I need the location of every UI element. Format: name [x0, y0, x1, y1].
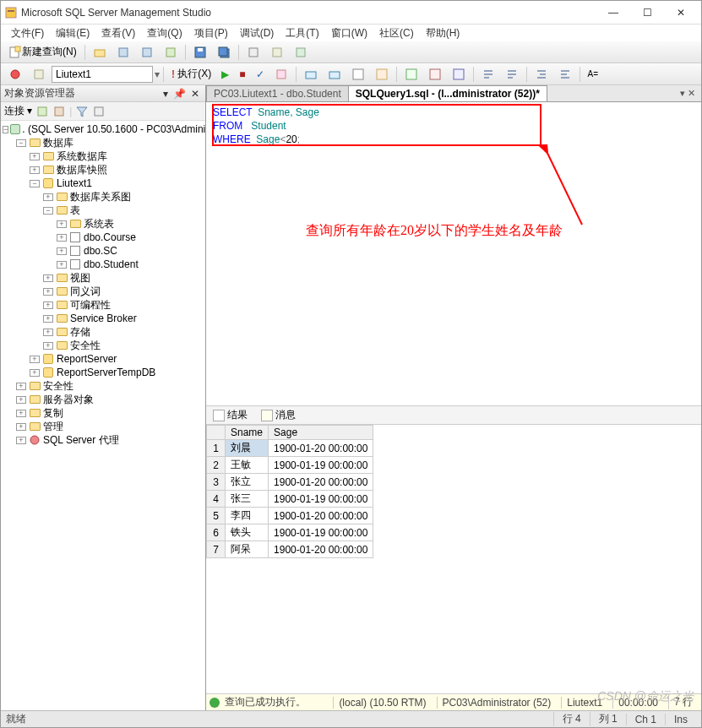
maximize-button[interactable]: ☐	[630, 3, 664, 23]
tree-server-objects[interactable]: +服务器对象	[1, 393, 205, 406]
status-ready: 就绪	[6, 712, 26, 726]
toolbar-main: 新建查询(N)	[1, 41, 701, 63]
results-grid[interactable]: SnameSage1刘晨1900-01-20 00:00:002王敏1900-0…	[206, 425, 701, 693]
menu-help[interactable]: 帮助(H)	[421, 24, 465, 42]
tree-reportserver[interactable]: +ReportServer	[1, 352, 205, 366]
outdent-button[interactable]	[554, 66, 576, 83]
tree[interactable]: −. (SQL Server 10.50.1600 - PC03\Adminis…	[1, 121, 205, 710]
object-explorer-title: 对象资源管理器	[4, 86, 75, 101]
tree-security[interactable]: +安全性	[1, 379, 205, 393]
filter-icon[interactable]	[75, 105, 89, 118]
open-button[interactable]	[89, 44, 111, 61]
tab-sqlquery1[interactable]: SQLQuery1.sql - (l...dministrator (52))*	[348, 85, 547, 101]
tree-management[interactable]: +管理	[1, 420, 205, 433]
tb2-btn-18[interactable]: A=	[584, 66, 603, 83]
oe-btn-2[interactable]	[52, 105, 66, 118]
svg-rect-7	[166, 48, 175, 57]
tree-table-sc[interactable]: +dbo.SC	[1, 244, 205, 258]
tb2-btn-7[interactable]	[300, 66, 322, 83]
uncomment-button[interactable]	[501, 66, 523, 83]
svg-rect-11	[219, 47, 227, 56]
minimize-button[interactable]: —	[596, 3, 630, 23]
parse-button[interactable]: ✓	[252, 66, 269, 83]
tree-tables[interactable]: −表	[1, 204, 205, 217]
tree-sys-db[interactable]: +系统数据库	[1, 149, 205, 163]
status-ch: Ch 1	[626, 714, 665, 725]
execute-button[interactable]: ! 执行(X)	[167, 66, 215, 83]
tree-server[interactable]: −. (SQL Server 10.50.1600 - PC03\Adminis…	[1, 122, 205, 136]
tb2-btn-8[interactable]	[324, 66, 346, 83]
stop-button[interactable]: ■	[235, 66, 249, 83]
sql-editor[interactable]: SELECT Sname, Sage FROM Student WHERE Sa…	[206, 102, 701, 406]
svg-rect-6	[143, 48, 151, 57]
status-col: 列 1	[590, 712, 626, 726]
tab-messages[interactable]: 消息	[258, 407, 299, 423]
svg-rect-21	[377, 69, 387, 79]
tree-replication[interactable]: +复制	[1, 406, 205, 420]
tab-student[interactable]: PC03.Liutext1 - dbo.Student	[206, 85, 349, 101]
tree-databases[interactable]: −数据库	[1, 136, 205, 149]
menu-window[interactable]: 窗口(W)	[326, 24, 373, 42]
refresh-icon[interactable]	[35, 105, 49, 118]
object-explorer: 对象资源管理器 ▾ 📌 ✕ 连接 ▾ | −. (SQL Server 10.5…	[1, 85, 206, 710]
tree-sql-agent[interactable]: +SQL Server 代理	[1, 433, 205, 447]
close-button[interactable]: ✕	[664, 3, 698, 23]
menu-tools[interactable]: 工具(T)	[280, 24, 324, 42]
tree-reportserver-tmp[interactable]: +ReportServerTempDB	[1, 366, 205, 379]
tree-liutext1[interactable]: −Liutext1	[1, 177, 205, 190]
menu-community[interactable]: 社区(C)	[374, 24, 419, 42]
connect-dropdown[interactable]: 连接 ▾	[4, 104, 32, 118]
svg-rect-12	[249, 48, 258, 57]
tb-btn-2[interactable]	[112, 44, 134, 61]
new-query-button[interactable]: 新建查询(N)	[4, 44, 81, 61]
comment-button[interactable]	[477, 66, 499, 83]
tree-db-diagram[interactable]: +数据库关系图	[1, 190, 205, 204]
panel-dropdown[interactable]: ▾	[161, 88, 171, 100]
save-all-button[interactable]	[213, 44, 235, 61]
tree-synonyms[interactable]: +同义词	[1, 285, 205, 298]
tree-table-course[interactable]: +dbo.Course	[1, 231, 205, 244]
menu-query[interactable]: 查询(Q)	[142, 24, 187, 42]
table-icon	[68, 231, 82, 243]
debug-button[interactable]: ▶	[217, 66, 233, 83]
oe-btn-4[interactable]	[92, 105, 106, 118]
tb2-btn-12[interactable]	[424, 66, 446, 83]
tb2-btn-11[interactable]	[400, 66, 422, 83]
menu-project[interactable]: 项目(P)	[189, 24, 233, 42]
tb2-btn-10[interactable]	[371, 66, 393, 83]
tb2-btn-2[interactable]	[28, 66, 50, 83]
tree-table-student[interactable]: +dbo.Student	[1, 258, 205, 271]
tab-results[interactable]: 结果	[210, 407, 251, 423]
save-button[interactable]	[189, 44, 211, 61]
menu-view[interactable]: 查看(V)	[96, 24, 140, 42]
tab-menu[interactable]: ▾ ✕	[673, 85, 702, 101]
svg-rect-4	[95, 50, 105, 57]
svg-rect-5	[119, 48, 128, 57]
tb-btn-8[interactable]	[266, 44, 288, 61]
status-bar: 就绪 行 4 列 1 Ch 1 Ins	[1, 710, 701, 727]
tb2-btn-9[interactable]	[347, 66, 369, 83]
tree-storage[interactable]: +存储	[1, 325, 205, 339]
panel-pin-icon[interactable]: 📌	[171, 88, 188, 100]
tree-service-broker[interactable]: +Service Broker	[1, 312, 205, 325]
document-tabs: PC03.Liutext1 - dbo.Student SQLQuery1.sq…	[206, 85, 701, 102]
tb2-btn-1[interactable]	[4, 66, 26, 83]
tb-btn-7[interactable]	[242, 44, 264, 61]
menu-file[interactable]: 文件(F)	[6, 24, 49, 42]
tb-btn-3[interactable]	[136, 44, 158, 61]
indent-button[interactable]	[531, 66, 552, 83]
tree-db-snap[interactable]: +数据库快照	[1, 163, 205, 177]
database-selector[interactable]: Liutext1	[52, 66, 153, 83]
tree-programmability[interactable]: +可编程性	[1, 298, 205, 312]
svg-rect-0	[6, 8, 16, 18]
tree-sys-tables[interactable]: +系统表	[1, 217, 205, 231]
tb2-btn-6[interactable]	[270, 66, 292, 83]
tb2-btn-13[interactable]	[448, 66, 470, 83]
tb-btn-4[interactable]	[160, 44, 182, 61]
menu-edit[interactable]: 编辑(E)	[51, 24, 95, 42]
tb-btn-9[interactable]	[290, 44, 312, 61]
menu-debug[interactable]: 调试(D)	[235, 24, 280, 42]
tree-security-db[interactable]: +安全性	[1, 339, 205, 352]
panel-close[interactable]: ✕	[188, 88, 202, 100]
tree-views[interactable]: +视图	[1, 271, 205, 285]
